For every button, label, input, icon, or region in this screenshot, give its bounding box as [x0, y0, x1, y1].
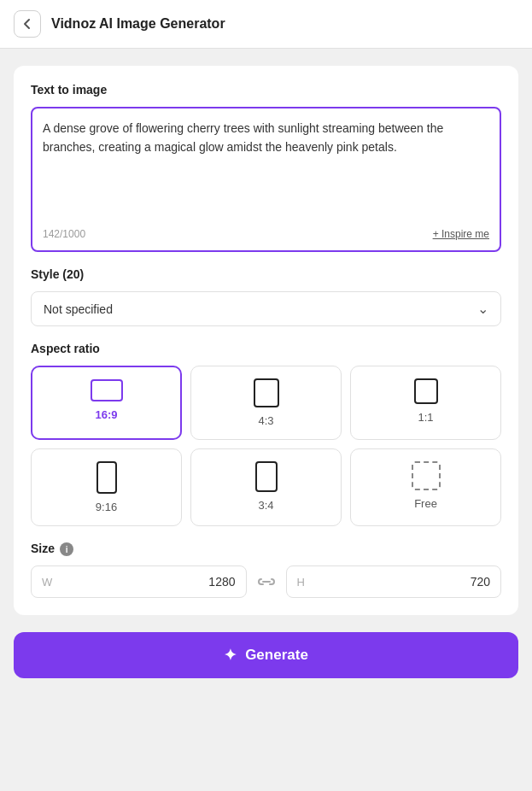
- text-input-area: 142/1000 + Inspire me: [31, 107, 501, 252]
- sparkle-icon: ✦: [224, 646, 237, 665]
- aspect-ratio-label: Aspect ratio: [31, 342, 501, 355]
- text-to-image-section: Text to image 142/1000 + Inspire me: [31, 83, 501, 252]
- generate-section: ✦ Generate: [14, 632, 518, 678]
- aspect-ratio-section: Aspect ratio 16:9 4:3 1:1: [31, 342, 501, 526]
- size-inputs-row: W H: [31, 565, 501, 598]
- style-section: Style (20) Not specified ⌄: [31, 267, 501, 326]
- portrait-sm-icon: [255, 461, 278, 492]
- content-card: Text to image 142/1000 + Inspire me Styl…: [14, 66, 518, 615]
- text-input-footer: 142/1000 + Inspire me: [43, 228, 489, 240]
- generate-button[interactable]: ✦ Generate: [14, 632, 518, 678]
- aspect-label-3-4: 3:4: [258, 499, 273, 512]
- style-section-label: Style (20): [31, 267, 501, 281]
- style-dropdown[interactable]: Not specified ⌄: [31, 291, 501, 326]
- aspect-label-free: Free: [414, 497, 437, 510]
- prompt-input[interactable]: [43, 119, 489, 221]
- style-selected-value: Not specified: [44, 302, 113, 316]
- aspect-label-4-3: 4:3: [258, 414, 273, 427]
- chevron-down-icon: ⌄: [477, 301, 488, 317]
- aspect-ratio-grid: 16:9 4:3 1:1 9:16: [31, 366, 501, 526]
- landscape-icon: [91, 379, 123, 401]
- char-count: 142/1000: [43, 228, 85, 240]
- width-input-box: W: [31, 565, 247, 598]
- size-section-label: Size: [31, 542, 55, 555]
- inspire-button[interactable]: + Inspire me: [433, 228, 489, 240]
- aspect-label-9-16: 9:16: [96, 501, 117, 513]
- aspect-item-9-16[interactable]: 9:16: [31, 448, 182, 526]
- aspect-item-4-3[interactable]: 4:3: [190, 366, 342, 440]
- portrait-icon: [96, 461, 117, 494]
- aspect-item-1-1[interactable]: 1:1: [350, 366, 501, 440]
- height-input[interactable]: [312, 575, 490, 589]
- info-icon[interactable]: i: [60, 542, 73, 556]
- size-section: Size i W H: [31, 542, 501, 598]
- aspect-item-3-4[interactable]: 3:4: [190, 448, 342, 526]
- size-label-row: Size i: [31, 542, 501, 557]
- aspect-item-free[interactable]: Free: [350, 448, 501, 526]
- square-lg-icon: [254, 378, 279, 407]
- aspect-label-1-1: 1:1: [418, 411, 433, 424]
- generate-button-label: Generate: [245, 647, 308, 664]
- width-input[interactable]: [59, 575, 235, 589]
- free-icon: [412, 461, 441, 490]
- app-header: Vidnoz AI Image Generator: [0, 0, 532, 49]
- height-prefix: H: [297, 576, 305, 589]
- back-button[interactable]: [14, 10, 41, 38]
- text-section-label: Text to image: [31, 83, 501, 97]
- main-content: Text to image 142/1000 + Inspire me Styl…: [0, 49, 532, 791]
- square-icon: [414, 378, 438, 404]
- width-prefix: W: [42, 576, 52, 589]
- page-title: Vidnoz AI Image Generator: [51, 16, 225, 32]
- aspect-item-16-9[interactable]: 16:9: [31, 366, 182, 440]
- aspect-label-16-9: 16:9: [95, 408, 117, 421]
- link-icon: [254, 569, 279, 595]
- height-input-box: H: [286, 565, 502, 598]
